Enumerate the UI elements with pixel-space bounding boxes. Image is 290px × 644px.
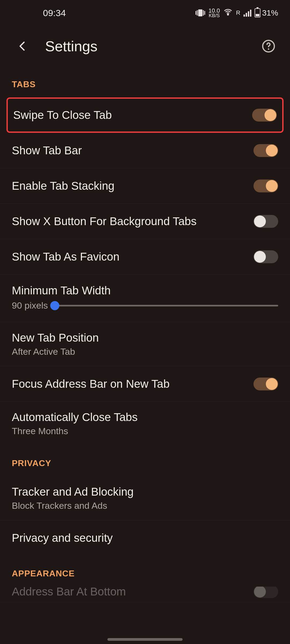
setting-label: New Tab Position — [12, 331, 278, 344]
setting-label: Minimum Tab Width — [12, 284, 278, 297]
slider-thumb[interactable] — [50, 301, 59, 310]
battery-percent: 31% — [262, 8, 278, 17]
svg-point-2 — [268, 48, 269, 50]
setting-value: Block Trackers and Ads — [12, 500, 278, 511]
roaming-label: R — [236, 9, 240, 16]
setting-label: Focus Address Bar on New Tab — [12, 378, 253, 390]
setting-auto-close-tabs[interactable]: Automatically Close Tabs Three Months — [0, 402, 290, 445]
home-indicator[interactable] — [107, 638, 183, 641]
network-speed-icon: 10.0 KB/S — [208, 8, 220, 18]
setting-tab-stacking[interactable]: Enable Tab Stacking — [0, 168, 290, 204]
setting-label: Enable Tab Stacking — [12, 180, 253, 192]
help-button[interactable] — [259, 36, 278, 56]
slider-min-tab-width[interactable] — [55, 305, 278, 306]
setting-label: Address Bar At Bottom — [12, 587, 253, 598]
wifi-icon — [223, 7, 233, 19]
toggle-x-button-bg-tabs[interactable] — [253, 215, 278, 228]
status-bar: 09:34 10.0 KB/S R 31% — [0, 0, 290, 26]
setting-value: After Active Tab — [12, 346, 278, 357]
setting-label: Show Tab Bar — [12, 144, 253, 157]
section-header-appearance: APPEARANCE — [0, 556, 290, 587]
toggle-tab-stacking[interactable] — [253, 180, 278, 192]
setting-tracker-blocking[interactable]: Tracker and Ad Blocking Block Trackers a… — [0, 476, 290, 520]
toggle-tab-as-favicon[interactable] — [253, 250, 278, 263]
setting-address-bar-bottom[interactable]: Address Bar At Bottom — [0, 587, 290, 603]
setting-new-tab-position[interactable]: New Tab Position After Active Tab — [0, 322, 290, 366]
chevron-left-icon — [17, 40, 28, 52]
setting-label: Show Tab As Favicon — [12, 250, 253, 263]
status-time: 09:34 — [12, 8, 66, 18]
settings-list[interactable]: TABS Swipe To Close Tab Show Tab Bar Ena… — [0, 67, 290, 644]
setting-privacy-security[interactable]: Privacy and security — [0, 520, 290, 556]
toggle-address-bar-bottom[interactable] — [253, 587, 278, 598]
app-bar: Settings — [0, 26, 290, 67]
setting-show-tab-bar[interactable]: Show Tab Bar — [0, 133, 290, 168]
setting-value: Three Months — [12, 426, 278, 436]
setting-swipe-to-close[interactable]: Swipe To Close Tab — [6, 97, 284, 133]
battery-indicator: 31% — [255, 8, 278, 17]
battery-icon — [255, 8, 260, 17]
toggle-swipe-to-close[interactable] — [252, 109, 277, 122]
signal-icon — [244, 9, 251, 17]
toggle-focus-address-bar[interactable] — [253, 378, 278, 390]
vibrate-icon — [195, 9, 205, 16]
status-indicators: 10.0 KB/S R 31% — [195, 7, 278, 19]
setting-focus-address-bar[interactable]: Focus Address Bar on New Tab — [0, 366, 290, 402]
setting-tab-as-favicon[interactable]: Show Tab As Favicon — [0, 239, 290, 275]
back-button[interactable] — [12, 35, 33, 57]
svg-point-0 — [227, 14, 229, 15]
help-icon — [262, 39, 276, 53]
setting-label: Privacy and security — [12, 532, 278, 544]
section-header-privacy: PRIVACY — [0, 445, 290, 476]
setting-label: Swipe To Close Tab — [13, 109, 252, 122]
setting-min-tab-width[interactable]: Minimum Tab Width 90 pixels — [0, 275, 290, 322]
toggle-show-tab-bar[interactable] — [253, 144, 278, 157]
slider-value: 90 pixels — [12, 300, 48, 311]
page-title: Settings — [45, 38, 259, 54]
setting-label: Tracker and Ad Blocking — [12, 485, 278, 498]
setting-label: Automatically Close Tabs — [12, 411, 278, 424]
setting-x-button-bg-tabs[interactable]: Show X Button For Background Tabs — [0, 204, 290, 239]
setting-label: Show X Button For Background Tabs — [12, 215, 253, 228]
section-header-tabs: TABS — [0, 67, 290, 97]
